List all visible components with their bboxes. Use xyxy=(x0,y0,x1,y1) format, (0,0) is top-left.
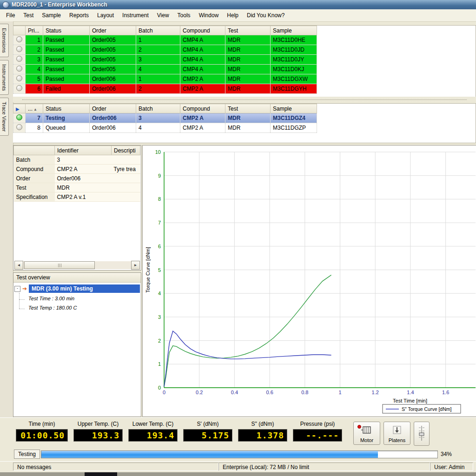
row-status-led xyxy=(16,75,22,81)
property-name: Specification xyxy=(14,192,55,202)
prop-column-identifier[interactable]: Identifier xyxy=(55,146,112,155)
app-icon xyxy=(2,1,9,8)
menu-item-file[interactable]: File xyxy=(2,10,19,21)
tree-item-test-time[interactable]: Test Time : 3.00 min xyxy=(26,294,140,303)
test-row-6[interactable]: 6FailedOrder0062CMP2 AMDRM3C11DGYH xyxy=(13,84,317,94)
property-row-batch[interactable]: Batch3 xyxy=(14,155,140,165)
live-readout-bar: Time (min)01:00.50Upper Temp. (C)193.3Lo… xyxy=(0,417,476,447)
motor-button[interactable]: Motor xyxy=(353,422,380,445)
menu-item-test[interactable]: Test xyxy=(19,10,38,21)
column-header-compound[interactable]: Compound xyxy=(180,104,225,113)
test-arrow-icon: ➔ xyxy=(22,285,27,292)
readout-s-dnm-: S" (dNm)1.378 xyxy=(238,421,287,442)
property-row-specification[interactable]: SpecificationCMP2 A v.1 xyxy=(14,192,140,202)
menu-item-instrument[interactable]: Instrument xyxy=(118,10,153,21)
column-header-sample[interactable]: Sample xyxy=(271,26,317,35)
cell-test: MDR xyxy=(225,45,271,55)
cell-num: 5 xyxy=(26,74,43,84)
horizontal-splitter[interactable] xyxy=(13,97,476,102)
column-header-sample[interactable]: Sample xyxy=(271,104,317,113)
property-row-test[interactable]: TestMDR xyxy=(14,183,140,192)
column-header-status[interactable]: Status xyxy=(43,104,90,113)
horizontal-scrollbar[interactable]: ◄ ► xyxy=(14,261,140,269)
column-header-order[interactable]: Order xyxy=(90,26,136,35)
menu-item-reports[interactable]: Reports xyxy=(65,10,93,21)
svg-text:0.2: 0.2 xyxy=(196,390,203,395)
taskbar-item xyxy=(85,472,117,476)
tuner-button[interactable] xyxy=(414,422,430,446)
tree-collapse-icon[interactable]: - xyxy=(14,286,20,292)
cell-order: Order006 xyxy=(90,74,136,84)
prop-column-name[interactable] xyxy=(14,146,55,155)
row-status-led xyxy=(16,46,22,52)
title-bar: MDR2000_1 - Enterprise Workbench xyxy=(0,0,476,9)
motor-button-label: Motor xyxy=(360,437,373,443)
side-tab-extensions[interactable]: Extensions xyxy=(0,24,9,57)
cell-order: Order005 xyxy=(90,35,136,45)
row-status-led xyxy=(16,85,22,91)
readout-label: Time (min) xyxy=(29,421,55,427)
cell-status: Passed xyxy=(43,55,90,65)
test-row-5[interactable]: 5PassedOrder0061CMP2 AMDRM3C11DGXW xyxy=(13,74,317,84)
cell-status: Passed xyxy=(43,65,90,74)
test-row-2[interactable]: 2PassedOrder0052CMP4 AMDRM3C11D0JD xyxy=(13,45,317,55)
svg-text:0.8: 0.8 xyxy=(301,390,308,395)
column-header-selector[interactable]: ▶ xyxy=(13,104,26,113)
svg-text:1.4: 1.4 xyxy=(407,390,414,395)
test-row-7[interactable]: 7TestingOrder0063CMP2 AMDRM3C11DGZ4 xyxy=(13,113,317,123)
cell-sample: M3C11D0KJ xyxy=(271,65,317,74)
column-header-test[interactable]: Test xyxy=(225,104,271,113)
test-row-4[interactable]: 4PassedOrder0054CMP4 AMDRM3C11D0KJ xyxy=(13,65,317,74)
tree-root-item[interactable]: - ➔ MDR (3.00 min) Testing xyxy=(14,284,140,293)
sort-ascending-icon: ▲ xyxy=(33,107,37,112)
column-header-status[interactable]: Status xyxy=(43,26,90,35)
cell-compound: CMP2 A xyxy=(180,113,225,123)
menu-item-help[interactable]: Help xyxy=(223,10,243,21)
svg-text:4: 4 xyxy=(158,291,161,296)
tree-item-test-temp[interactable]: Test Temp : 180.00 C xyxy=(26,303,140,312)
cell-order: Order006 xyxy=(90,84,136,94)
property-description xyxy=(112,174,140,183)
side-tab-strip: ExtensionsInstrumentsTrace Viewer xyxy=(0,21,13,417)
testing-tab[interactable]: Testing xyxy=(14,450,40,459)
test-row-1[interactable]: 1PassedOrder0051CMP4 AMDRM3C11D0HE xyxy=(13,35,317,45)
menu-item-view[interactable]: View xyxy=(153,10,173,21)
column-header-selector[interactable] xyxy=(13,26,26,35)
property-row-order[interactable]: OrderOrder006 xyxy=(14,174,140,183)
side-tab-instruments[interactable]: Instruments xyxy=(0,60,9,95)
torque-chart-panel: 01234567891000.20.40.60.811.21.41.6Test … xyxy=(142,145,476,417)
platens-button[interactable]: Platens xyxy=(383,422,410,445)
prop-column-descripti[interactable]: Descripti xyxy=(112,146,140,155)
menu-item-layout[interactable]: Layout xyxy=(93,10,118,21)
column-header-order[interactable]: Order xyxy=(90,104,136,113)
column-header--[interactable]: ...▲ xyxy=(26,104,43,113)
property-row-compound[interactable]: CompoundCMP2 ATyre trea xyxy=(14,165,140,174)
menu-item-sample[interactable]: Sample xyxy=(38,10,65,21)
test-row-3[interactable]: 3PassedOrder0053CMP4 AMDRM3C11D0JY xyxy=(13,55,317,65)
svg-text:0: 0 xyxy=(158,385,161,390)
menu-item-did-you-know-[interactable]: Did You Know? xyxy=(243,10,289,21)
tree-root-label[interactable]: MDR (3.00 min) Testing xyxy=(29,284,140,293)
window-title: MDR2000_1 - Enterprise Workbench xyxy=(12,1,107,8)
menu-item-window[interactable]: Window xyxy=(195,10,223,21)
menu-item-tools[interactable]: Tools xyxy=(173,10,195,21)
cell-compound: CMP2 A xyxy=(180,74,225,84)
column-header-batch[interactable]: Batch xyxy=(136,26,180,35)
svg-text:Torque Curve [dNm]: Torque Curve [dNm] xyxy=(145,247,151,292)
scroll-right-icon[interactable]: ► xyxy=(131,261,140,270)
readout-label: Pressure (psi) xyxy=(300,421,335,427)
column-header-test[interactable]: Test xyxy=(225,26,271,35)
svg-text:10: 10 xyxy=(155,149,161,155)
column-header-batch[interactable]: Batch xyxy=(136,104,180,113)
column-header-pri-[interactable]: Pri... xyxy=(26,26,43,35)
svg-text:S" Torque Curve [dNm]: S" Torque Curve [dNm] xyxy=(402,406,451,412)
column-header-compound[interactable]: Compound xyxy=(180,26,225,35)
scrollbar-thumb[interactable] xyxy=(24,261,95,269)
row-status-led xyxy=(16,124,22,130)
svg-text:1: 1 xyxy=(158,361,161,367)
scroll-left-icon[interactable]: ◄ xyxy=(14,261,23,270)
side-tab-trace-viewer[interactable]: Trace Viewer xyxy=(0,98,9,136)
cell-batch: 1 xyxy=(136,74,180,84)
play-icon[interactable]: ▶ xyxy=(16,106,20,112)
test-row-8[interactable]: 8QueuedOrder0064CMP2 AMDRM3C11DGZP xyxy=(13,123,317,133)
